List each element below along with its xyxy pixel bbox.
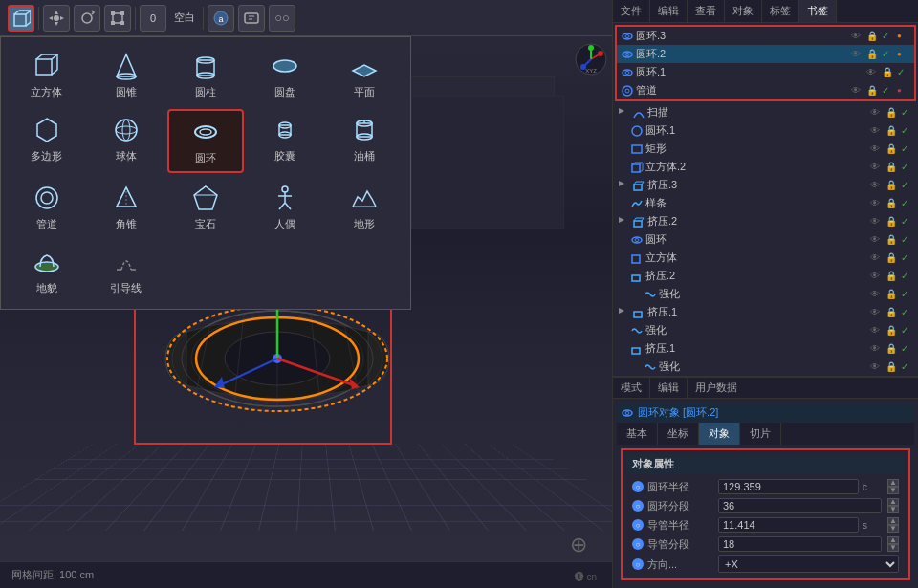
hierarchy-item-cube-inner[interactable]: 立方体 👁 🔒 ✓ <box>613 249 918 267</box>
pipe-seg-spinner[interactable]: ▲ ▼ <box>887 536 899 552</box>
hierarchy-item-rect[interactable]: 矩形 👁 🔒 ✓ <box>613 140 918 158</box>
hierarchy-item-torus-inner[interactable]: 圆环 👁 🔒 ✓ <box>613 230 918 249</box>
torus-radius-spinner[interactable]: ▲ ▼ <box>887 479 899 494</box>
zero-button[interactable]: 0 <box>140 5 166 32</box>
cube1-eye[interactable]: 👁 <box>870 162 884 172</box>
torus-radius-input[interactable] <box>718 479 859 494</box>
menu-item-spline[interactable]: 引导线 <box>88 241 164 301</box>
pipe-radius-down[interactable]: ▼ <box>887 525 899 533</box>
sweep-eye[interactable]: 👁 <box>870 107 884 118</box>
extrude1c-expand[interactable] <box>617 306 630 319</box>
figure-icon <box>270 183 300 213</box>
hierarchy-item-extrude2[interactable]: 挤压.2 👁 🔒 ✓ <box>613 212 918 230</box>
hierarchy-item-circle1[interactable]: 圆环.1 👁 🔒 ✓ <box>613 121 918 140</box>
hierarchy-item-sweep[interactable]: 扫描 👁 🔒 ✓ <box>613 103 918 121</box>
torus2-check[interactable]: ✓ <box>882 49 895 59</box>
hierarchy-item-pipe[interactable]: 管道 👁 🔒 ✓ ● <box>617 81 914 99</box>
menu-item-landscape[interactable]: 地貌 <box>9 241 84 301</box>
menu-item-gem[interactable]: 宝石 <box>167 177 243 237</box>
tab-object[interactable]: 对象 <box>725 0 762 22</box>
menu-item-sphere[interactable]: 球体 <box>88 109 164 173</box>
torus2-lock[interactable]: 🔒 <box>866 49 880 59</box>
torus3-lock[interactable]: 🔒 <box>866 31 880 41</box>
torus3-check[interactable]: ✓ <box>882 31 895 41</box>
menu-item-plane[interactable]: 平面 <box>327 45 403 105</box>
tab-tags[interactable]: 标签 <box>762 0 799 22</box>
pipe-eye[interactable]: 👁 <box>851 85 864 96</box>
props-tab-coord[interactable]: 坐标 <box>658 423 699 445</box>
circle1-check[interactable]: ✓ <box>901 125 914 136</box>
props-tab-basic[interactable]: 基本 <box>617 423 658 445</box>
props-tab-object[interactable]: 对象 <box>699 423 740 445</box>
direction-dropdown[interactable]: +X +Y +Z -X -Y -Z <box>718 555 899 573</box>
rect-check[interactable]: ✓ <box>901 143 914 154</box>
hierarchy-item-extrude1c[interactable]: 挤压.1 👁 🔒 ✓ <box>613 303 918 321</box>
cube1-check[interactable]: ✓ <box>901 162 914 172</box>
sweep-expand-icon[interactable] <box>617 106 630 120</box>
tab-bookmarks[interactable]: 书签 <box>799 0 837 22</box>
extrude2-expand[interactable] <box>617 215 630 229</box>
hierarchy-item-turb3[interactable]: 强化 👁 🔒 ✓ <box>613 358 918 376</box>
hierarchy-item-torus1[interactable]: 圆环.1 👁 🔒 ✓ <box>617 63 914 81</box>
hierarchy-item-strip1[interactable]: 样条 👁 🔒 ✓ <box>613 194 918 212</box>
menu-item-cube[interactable]: 立方体 <box>9 45 84 105</box>
menu-item-figure[interactable]: 人偶 <box>248 177 323 237</box>
cube-tool-button[interactable] <box>8 5 34 32</box>
hierarchy-item-turb1[interactable]: 强化 👁 🔒 ✓ <box>613 285 918 303</box>
hierarchy-item-extrude1b[interactable]: 挤压.2 👁 🔒 ✓ <box>613 267 918 285</box>
torus1-lock[interactable]: 🔒 <box>882 67 895 77</box>
torus-seg-spinner[interactable]: ▲ ▼ <box>887 498 899 513</box>
hierarchy-item-torus3[interactable]: 圆环.3 👁 🔒 ✓ ● <box>617 27 914 45</box>
tab-file[interactable]: 文件 <box>613 0 650 22</box>
torus1-eye[interactable]: 👁 <box>866 67 880 77</box>
mode-tab-edit[interactable]: 编辑 <box>650 378 688 398</box>
pipe-lock[interactable]: 🔒 <box>866 85 880 96</box>
tab-view[interactable]: 查看 <box>688 0 725 22</box>
menu-item-pyramid[interactable]: 角锥 <box>88 177 164 237</box>
pipe-seg-down[interactable]: ▼ <box>887 544 899 552</box>
mode-tab-userdata[interactable]: 用户数据 <box>688 378 745 398</box>
menu-item-cylinder[interactable]: 圆柱 <box>167 45 243 105</box>
torus1-check[interactable]: ✓ <box>897 67 910 77</box>
props-tab-cutplane[interactable]: 切片 <box>740 423 781 445</box>
tool-a[interactable]: a <box>208 5 234 32</box>
torus-radius-down[interactable]: ▼ <box>887 487 899 494</box>
tab-edit[interactable]: 编辑 <box>650 0 688 22</box>
circle1-eye[interactable]: 👁 <box>870 125 884 136</box>
tool-b[interactable] <box>238 5 265 32</box>
move-tool-button[interactable] <box>43 5 70 32</box>
menu-item-cone[interactable]: 圆锥 <box>88 45 164 105</box>
mode-tab-mode[interactable]: 模式 <box>613 378 650 398</box>
hierarchy-item-torus2[interactable]: 圆环.2 👁 🔒 ✓ ● <box>617 45 914 63</box>
sweep-check[interactable]: ✓ <box>901 107 914 118</box>
rect-lock[interactable]: 🔒 <box>885 143 899 154</box>
pipe-check[interactable]: ✓ <box>882 85 895 96</box>
menu-item-polygon[interactable]: 多边形 <box>9 109 84 173</box>
menu-item-oiltank[interactable]: 油桶 <box>327 109 403 173</box>
hierarchy-item-cube1[interactable]: 立方体.2 👁 🔒 ✓ <box>613 158 918 176</box>
hierarchy-item-extrude1d[interactable]: 挤压.1 👁 🔒 ✓ <box>613 339 918 358</box>
torus2-eye[interactable]: 👁 <box>851 49 864 59</box>
menu-item-terrain[interactable]: 地形 <box>327 177 403 237</box>
menu-item-torus[interactable]: 圆环 <box>167 109 243 173</box>
circle1-lock[interactable]: 🔒 <box>885 125 899 136</box>
rotate-tool-button[interactable] <box>74 5 100 32</box>
hierarchy-item-extrude3[interactable]: 挤压.3 👁 🔒 ✓ <box>613 176 918 194</box>
menu-item-disc[interactable]: 圆盘 <box>248 45 323 105</box>
torus-seg-down[interactable]: ▼ <box>887 506 899 513</box>
hierarchy-item-turb2[interactable]: 强化 👁 🔒 ✓ <box>613 321 918 339</box>
torus3-eye[interactable]: 👁 <box>851 31 864 41</box>
menu-item-pipe[interactable]: 管道 <box>9 177 84 237</box>
scale-tool-button[interactable] <box>104 5 131 32</box>
pipe-seg-input[interactable] <box>718 536 882 552</box>
torus-seg-input[interactable] <box>718 498 882 513</box>
sweep-name: 扫描 <box>647 105 868 120</box>
pipe-radius-input[interactable] <box>718 517 859 533</box>
extrude3-expand[interactable] <box>617 179 630 192</box>
sweep-lock[interactable]: 🔒 <box>885 107 899 118</box>
pipe-radius-spinner[interactable]: ▲ ▼ <box>887 517 899 533</box>
tool-c[interactable]: ○○ <box>269 5 295 32</box>
cube1-lock[interactable]: 🔒 <box>885 162 899 172</box>
menu-item-capsule[interactable]: 胶囊 <box>248 109 323 173</box>
rect-eye[interactable]: 👁 <box>870 143 884 154</box>
